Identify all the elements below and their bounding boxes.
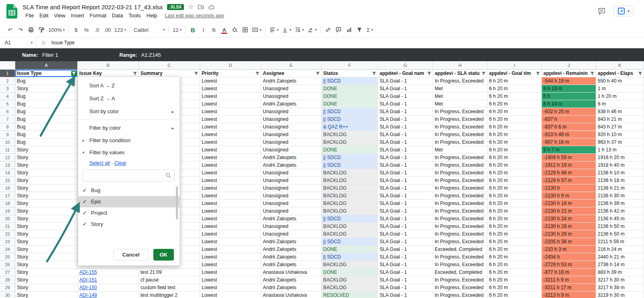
row-header-7[interactable]: 7 [0,116,15,123]
cell-D17[interactable]: Lowest [200,192,261,200]
cell-F13[interactable]: || SDCD [322,161,378,169]
cell-H5[interactable]: Met [433,100,487,108]
cell-H9[interactable]: In Progress, Exceeded [433,131,487,139]
cell-A15[interactable]: Story [15,177,78,184]
currency-format-icon[interactable]: $ [71,25,81,35]
row-header-18[interactable]: 18 [0,200,15,207]
cell-J12[interactable]: -1909 h 59 m [542,154,596,161]
cell-E5[interactable]: Andrii Zakopets [261,100,322,108]
cell-I18[interactable]: 6 h 20 m [487,200,542,207]
cell-F22[interactable]: BACKLOG [322,230,378,238]
cell-I4[interactable]: 6 h 20 m [487,93,542,100]
cell-D4[interactable]: Lowest [200,93,261,100]
cell-G11[interactable]: SLA Goal - 1 [378,146,433,154]
cell-A23[interactable]: Story [15,238,78,246]
cell-K22[interactable]: 2136 h 50 m [596,230,644,238]
cell-I22[interactable]: 6 h 20 m [487,230,542,238]
cell-A5[interactable]: Bug [15,100,78,108]
cell-H15[interactable]: In Progress, Exceeded [433,177,487,184]
cell-A28[interactable]: Story [15,276,78,284]
cell-K18[interactable]: 2136 h 39 m [596,200,644,207]
cell-D14[interactable]: Lowest [200,169,261,177]
column-header-E[interactable]: E [261,61,322,70]
cell-A18[interactable]: Story [15,200,78,207]
cell-H14[interactable]: In Progress, Exceeded [433,169,487,177]
insert-link-icon[interactable] [323,25,333,35]
row-header-27[interactable]: 27 [0,269,15,276]
cell-F25[interactable]: || SDCD [322,253,378,261]
cell-D25[interactable]: Lowest [200,253,261,261]
cell-F10[interactable]: BACKLOG [322,139,378,146]
row-header-14[interactable]: 14 [0,169,15,177]
filter-by-condition-item[interactable]: ▸ Filter by condition [78,135,180,147]
row-header-19[interactable]: 19 [0,207,15,215]
cell-A8[interactable]: Bug [15,123,78,131]
header-cell-A1[interactable]: Issue Type [15,70,78,77]
borders-icon[interactable] [240,25,250,35]
cell-K16[interactable]: 2136 h 21 m [596,184,644,192]
cell-K3[interactable]: 1 m [596,85,644,93]
cell-I3[interactable]: 6 h 20 m [487,85,542,93]
cell-G25[interactable]: SLA Goal - 1 [378,253,433,261]
cell-A17[interactable]: Story [15,192,78,200]
cell-B28[interactable]: ADI-151 [78,276,139,284]
cell-E14[interactable]: Unassigned [261,169,322,177]
cell-K21[interactable]: 2136 h 50 m [596,223,644,230]
cell-G17[interactable]: SLA Goal - 1 [378,192,433,200]
column-header-D[interactable]: D [200,61,261,70]
cell-A2[interactable]: Bug [15,77,78,85]
filter-funnel-icon-F[interactable] [372,71,377,76]
cell-D29[interactable]: Lowest [200,284,261,292]
sheets-logo-icon[interactable] [6,4,17,19]
cell-C28[interactable]: cf pause [139,276,200,284]
comments-icon[interactable] [598,7,606,15]
cell-J22[interactable]: -2130 h 29 m [542,230,596,238]
filter-search-input[interactable] [83,170,175,182]
text-rotation-icon[interactable]: ▾ [305,25,318,35]
cell-F29[interactable]: BACKLOG [322,284,378,292]
filter-funnel-icon-E[interactable] [315,71,320,76]
cell-D6[interactable]: Lowest [200,108,261,116]
cell-F26[interactable]: BACKLOG [322,261,378,269]
cell-E25[interactable]: Andrii Zakopets [261,253,322,261]
cell-J23[interactable]: -2205 h 38 m [542,238,596,246]
redo-icon[interactable]: ↷ [15,25,26,35]
formula-input[interactable]: Issue Type [51,40,74,46]
cell-D21[interactable]: Lowest [200,223,261,230]
cell-I5[interactable]: 6 h 20 m [487,100,542,108]
cell-F6[interactable]: || SDCD [322,108,378,116]
column-header-C[interactable]: C [139,61,200,70]
cell-H2[interactable]: In Progress, Exceeded [433,77,487,85]
cell-H11[interactable]: Met [433,146,487,154]
filter-value-bug[interactable]: ✓Bug [78,185,180,196]
cell-F14[interactable]: BACKLOG [322,169,378,177]
cell-G15[interactable]: SLA Goal - 1 [378,177,433,184]
cell-F18[interactable]: BACKLOG [322,200,378,207]
cell-G23[interactable]: SLA Goal - 1 [378,238,433,246]
cell-J26[interactable]: -2729 h 53 m [542,261,596,269]
cell-F24[interactable]: DONE [322,246,378,253]
cell-E15[interactable]: Unassigned [261,177,322,184]
row-header-8[interactable]: 8 [0,123,15,131]
cell-K13[interactable]: 1918 h 40 m [596,161,644,169]
cell-G10[interactable]: SLA Goal - 1 [378,139,433,146]
move-folder-icon[interactable] [198,4,204,10]
filter-funnel-icon-G[interactable] [427,71,432,76]
cell-E29[interactable]: Andrii Zakopets [261,284,322,292]
cell-E22[interactable]: Unassigned [261,230,322,238]
row-header-5[interactable]: 5 [0,100,15,108]
cell-A27[interactable]: Story [15,269,78,276]
cell-K14[interactable]: 2136 h 10 m [596,169,644,177]
cell-I7[interactable]: 6 h 20 m [487,116,542,123]
cell-F27[interactable]: DONE [322,269,378,276]
cell-F30[interactable]: RESOLVED [322,292,378,298]
cell-H28[interactable]: In Progress, Exceeded [433,276,487,284]
cell-D19[interactable]: Lowest [200,207,261,215]
cell-K7[interactable]: 843 h 21 m [596,116,644,123]
header-cell-F1[interactable]: Status [322,70,378,77]
select-all-link[interactable]: Select all [89,160,110,166]
row-header-26[interactable]: 26 [0,261,15,269]
insert-chart-icon[interactable] [344,25,354,35]
cell-I11[interactable]: 6 h 20 m [487,146,542,154]
cell-G3[interactable]: SLA Goal - 1 [378,85,433,93]
